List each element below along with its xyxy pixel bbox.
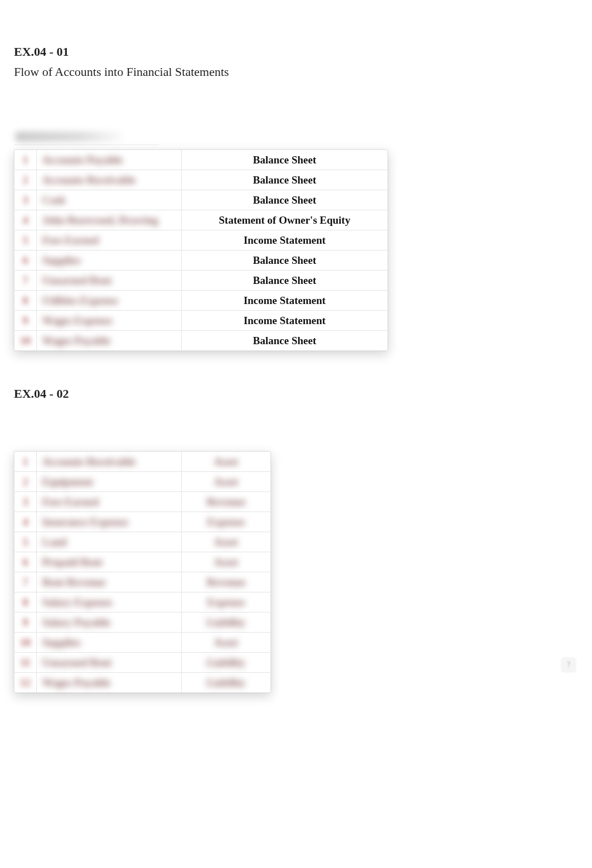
row-number: 5 [14, 532, 37, 552]
table-row: 9Salary PayableLiability [14, 613, 271, 633]
account-name: Salary Payable [37, 613, 182, 633]
account-name: Supplies [37, 250, 182, 271]
table-row: 4Insurance ExpenseExpense [14, 512, 271, 532]
row-number: 1 [14, 150, 37, 170]
table-row: 8Salary ExpenseExpense [14, 592, 271, 613]
table-row: 6Prepaid RentAsset [14, 552, 271, 572]
row-number: 10 [14, 633, 37, 653]
account-name: Utilities Expense [37, 291, 182, 311]
row-number: 9 [14, 613, 37, 633]
account-classification: Liability [182, 613, 271, 633]
account-classification: Asset [182, 633, 271, 653]
account-name: Unearned Rent [37, 653, 182, 673]
account-classification: Asset [182, 552, 271, 572]
table-row: 4John Rosewood, DrawingStatement of Owne… [14, 210, 388, 230]
ex1-table-wrap: 1Accounts PayableBalance Sheet2Accounts … [14, 150, 388, 351]
financial-statement: Income Statement [182, 291, 388, 311]
table-row: 9Wages ExpenseIncome Statement [14, 311, 388, 331]
financial-statement: Statement of Owner's Equity [182, 210, 388, 230]
account-name: Accounts Payable [37, 150, 182, 170]
table-row: 2EquipmentAsset [14, 472, 271, 492]
account-name: Supplies [37, 633, 182, 653]
exercise-2: EX.04 - 02 1Accounts ReceivableAsset2Equ… [14, 387, 578, 729]
account-classification: Asset [182, 532, 271, 552]
financial-statement: Balance Sheet [182, 170, 388, 190]
row-number: 7 [14, 271, 37, 291]
ex2-table-wrap: 1Accounts ReceivableAsset2EquipmentAsset… [14, 451, 271, 693]
exercise-1: EX.04 - 01 Flow of Accounts into Financi… [14, 45, 578, 387]
ex1-title: EX.04 - 01 [14, 45, 578, 59]
financial-statement: Balance Sheet [182, 250, 388, 271]
table-row: 12Wages PayableLiability [14, 673, 271, 693]
row-number: 6 [14, 552, 37, 572]
account-name: Accounts Receivable [37, 170, 182, 190]
row-number: 11 [14, 653, 37, 673]
account-name: Accounts Receivable [37, 452, 182, 472]
account-classification: Revenue [182, 572, 271, 592]
account-classification: Asset [182, 452, 271, 472]
table-row: 3Fees EarnedRevenue [14, 492, 271, 512]
table-row: 8Utilities ExpenseIncome Statement [14, 291, 388, 311]
row-number: 2 [14, 170, 37, 190]
account-name: Prepaid Rent [37, 552, 182, 572]
account-name: Wages Payable [37, 673, 182, 693]
row-number: 5 [14, 230, 37, 250]
row-number: 1 [14, 452, 37, 472]
financial-statement: Balance Sheet [182, 190, 388, 210]
account-name: Insurance Expense [37, 512, 182, 532]
ex2-title: EX.04 - 02 [14, 387, 578, 401]
financial-statement: Balance Sheet [182, 271, 388, 291]
row-number: 8 [14, 592, 37, 613]
row-number: 4 [14, 210, 37, 230]
table-row: 7Unearned RentBalance Sheet [14, 271, 388, 291]
account-name: Wages Expense [37, 311, 182, 331]
account-name: Land [37, 532, 182, 552]
ex2-table: 1Accounts ReceivableAsset2EquipmentAsset… [14, 451, 271, 693]
account-name: Fees Earned [37, 230, 182, 250]
financial-statement: Income Statement [182, 230, 388, 250]
row-number: 2 [14, 472, 37, 492]
table-row: 2Accounts ReceivableBalance Sheet [14, 170, 388, 190]
account-name: Cash [37, 190, 182, 210]
row-number: 7 [14, 572, 37, 592]
table-row: 5Fees EarnedIncome Statement [14, 230, 388, 250]
account-classification: Asset [182, 472, 271, 492]
account-classification: Expense [182, 592, 271, 613]
table-row: 11Unearned RentLiability [14, 653, 271, 673]
account-classification: Liability [182, 673, 271, 693]
account-name: Wages Payable [37, 331, 182, 351]
table-row: 6SuppliesBalance Sheet [14, 250, 388, 271]
row-number: 9 [14, 311, 37, 331]
account-name: Fees Earned [37, 492, 182, 512]
account-classification: Liability [182, 653, 271, 673]
account-name: Rent Revenue [37, 572, 182, 592]
account-name: Unearned Rent [37, 271, 182, 291]
row-number: 6 [14, 250, 37, 271]
row-number: 4 [14, 512, 37, 532]
account-name: Salary Expense [37, 592, 182, 613]
table-row: 10Wages PayableBalance Sheet [14, 331, 388, 351]
account-classification: Expense [182, 512, 271, 532]
row-number: 8 [14, 291, 37, 311]
financial-statement: Income Statement [182, 311, 388, 331]
table-row: 3CashBalance Sheet [14, 190, 388, 210]
ex1-table: 1Accounts PayableBalance Sheet2Accounts … [14, 150, 388, 351]
row-number: 3 [14, 492, 37, 512]
ex1-subtitle: Flow of Accounts into Financial Statemen… [14, 65, 578, 79]
row-number: 10 [14, 331, 37, 351]
account-classification: Revenue [182, 492, 271, 512]
table-row: 1Accounts PayableBalance Sheet [14, 150, 388, 170]
table-row: 1Accounts ReceivableAsset [14, 452, 271, 472]
ex1-blurred-column-header [14, 129, 159, 145]
table-row: 5LandAsset [14, 532, 271, 552]
table-row: 7Rent RevenueRevenue [14, 572, 271, 592]
financial-statement: Balance Sheet [182, 331, 388, 351]
help-badge-icon[interactable]: ? [561, 657, 576, 673]
account-name: John Rosewood, Drawing [37, 210, 182, 230]
table-row: 10SuppliesAsset [14, 633, 271, 653]
financial-statement: Balance Sheet [182, 150, 388, 170]
row-number: 3 [14, 190, 37, 210]
row-number: 12 [14, 673, 37, 693]
account-name: Equipment [37, 472, 182, 492]
